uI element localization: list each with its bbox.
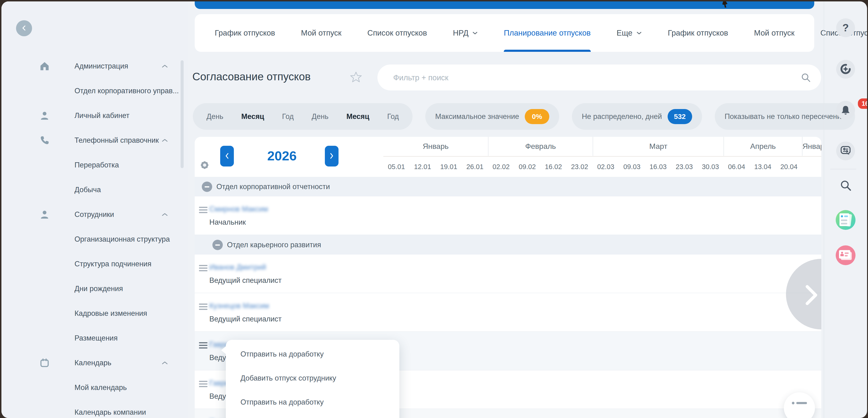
sidebar-item[interactable]: Сотрудники [1, 202, 188, 227]
chevron-up-icon[interactable] [161, 138, 168, 142]
news-app-shortcut[interactable] [836, 210, 856, 230]
timeline-months: Январь 05.0112.0119.0126.01 Февраль 02.0… [383, 137, 821, 177]
month-week-dates: 02.0309.0316.0323.0330.03 [593, 156, 723, 177]
sidebar-nav: Администрация Отдел корпоративного управ… [1, 54, 188, 418]
tab[interactable]: НРД [440, 14, 491, 52]
view-switch-option[interactable]: Год [378, 112, 408, 121]
sidebar-item-label: Дни рождения [74, 284, 123, 293]
row-menu-handle-icon[interactable] [199, 304, 208, 311]
collapse-minus-icon[interactable] [202, 181, 212, 192]
week-date-label: 12.01 [409, 163, 436, 171]
context-menu-item[interactable]: Отправить на доработку [226, 390, 399, 414]
ai-assistant-button[interactable] [836, 60, 855, 79]
row-menu-handle-icon[interactable] [199, 207, 208, 214]
view-switch-option[interactable]: День [303, 112, 338, 121]
sidebar-item-icon [39, 357, 74, 368]
chevron-up-icon[interactable] [161, 64, 168, 68]
month-week-dates: 05.0112.0119.0126.01 [383, 156, 488, 177]
sidebar-item[interactable]: Размещения [1, 326, 188, 350]
employee-position: Начальник [209, 218, 246, 227]
sidebar-item-label: Календарь компании [74, 408, 146, 417]
sidebar-item[interactable]: Кадровые изменения [1, 301, 188, 326]
search-icon[interactable] [800, 72, 811, 84]
employee-position: Ведущий специалист [209, 315, 282, 323]
sidebar-item-label: Кадровые изменения [74, 309, 147, 318]
favorite-star-icon[interactable] [350, 71, 362, 83]
view-switch-option[interactable]: Год [273, 112, 303, 121]
context-menu-item[interactable]: Добавить отпуск сотруднику [226, 414, 399, 418]
help-button[interactable]: ? [836, 19, 855, 37]
timeline-month: Январь 05.0112.0119.0126.01 [383, 137, 488, 177]
tab[interactable]: Планирование отпусков [491, 14, 603, 52]
month-label: Январь [383, 137, 488, 156]
week-date-label: 02.02 [488, 163, 514, 171]
sparkle-refresh-icon [839, 63, 852, 76]
tab[interactable]: Мой отпуск [741, 14, 808, 52]
sidebar-item[interactable]: Календарь компании [1, 400, 188, 418]
notifications-button[interactable]: 16 [836, 101, 855, 119]
gear-icon[interactable] [199, 160, 210, 171]
sidebar-item-icon [39, 110, 74, 121]
row-menu-handle-icon[interactable] [199, 265, 208, 273]
filter-chips: Максимальное значение 0% Не распределено… [425, 103, 867, 130]
chevron-up-icon[interactable] [161, 212, 168, 217]
sidebar-item[interactable]: Мой календарь [1, 375, 188, 400]
employee-name-link[interactable]: Смирнов Максим [209, 205, 268, 213]
sidebar-item-label: Телефонный справочник [74, 136, 159, 145]
sidebar-item[interactable]: Личный кабинет [1, 103, 188, 128]
table-row: Смирнов Максим Начальник [195, 197, 821, 235]
sidebar-item-label: Размещения [74, 334, 118, 342]
employee-name-link[interactable]: Кузнецов Максим [209, 302, 269, 310]
tab[interactable]: Мой отпуск [288, 14, 354, 52]
sidebar-item[interactable]: Структура подчинения [1, 251, 188, 276]
sidebar-item-label: Администрация [74, 62, 128, 70]
week-date-label: 13.04 [750, 163, 776, 171]
tab[interactable]: График отпусков [202, 14, 288, 52]
tab-label: НРД [453, 29, 468, 37]
sidebar-item[interactable]: Телефонный справочник [1, 128, 188, 152]
next-year-button[interactable] [325, 146, 339, 167]
week-date-label: 09.03 [619, 163, 645, 171]
month-label: Февраль [488, 137, 593, 156]
week-date-label: 23.02 [566, 163, 593, 171]
tab-label: Список отпусков [367, 29, 427, 37]
sidebar-collapse-button[interactable] [16, 20, 32, 36]
filter-chip[interactable]: Не распределено, дней 532 [572, 103, 702, 130]
context-menu-item[interactable]: Добавить отпуск сотруднику [226, 366, 399, 390]
global-search-button[interactable] [836, 176, 855, 195]
sidebar-item[interactable]: Отдел корпоративного управ... [1, 78, 188, 103]
sidebar-item[interactable]: Переработка [1, 152, 188, 177]
sidebar-item-label: Мой календарь [74, 383, 127, 392]
context-menu-item[interactable]: Отправить на доработку [226, 342, 399, 366]
week-date-label: 20.04 [776, 163, 802, 171]
tab[interactable]: Еще [604, 14, 655, 52]
sidebar-item[interactable]: Администрация [1, 54, 188, 78]
tab-label: График отпусков [215, 29, 275, 37]
filter-chip-label: Максимальное значение [435, 112, 519, 121]
search-input[interactable] [393, 65, 795, 91]
sidebar-item[interactable]: Добыча [1, 177, 188, 202]
table-row: Отдел карьерного развития [195, 235, 821, 254]
sidebar-item[interactable]: Дни рождения [1, 276, 188, 301]
month-week-dates: 02.0209.0216.0223.02 [488, 156, 593, 177]
feedback-chat-button[interactable] [836, 142, 855, 161]
tab[interactable]: График отпусков [655, 14, 741, 52]
view-switch-option[interactable]: Месяц [337, 112, 378, 121]
view-switch-option[interactable]: День [197, 112, 232, 121]
filter-chip[interactable]: Максимальное значение 0% [425, 103, 559, 130]
chevron-up-icon[interactable] [161, 361, 168, 365]
row-menu-handle-icon[interactable] [199, 342, 208, 350]
sidebar-item-icon [39, 209, 74, 220]
employee-name-link[interactable]: Иванов Дмитрий [209, 263, 266, 272]
sidebar-scrollbar[interactable] [181, 60, 184, 168]
timeline-month: Февраль 02.0209.0216.0223.02 [488, 137, 593, 177]
row-menu-handle-icon[interactable] [199, 381, 208, 389]
collapse-minus-icon[interactable] [212, 240, 223, 250]
previous-year-button[interactable] [220, 146, 234, 167]
sidebar-item[interactable]: Организационная структура [1, 227, 188, 251]
view-switch-option[interactable]: Месяц [232, 112, 273, 121]
contacts-app-shortcut[interactable] [836, 245, 856, 265]
filter-chip-label: Не распределено, дней [582, 112, 662, 121]
tab[interactable]: Список отпусков [354, 14, 440, 52]
sidebar-item[interactable]: Календарь [1, 350, 188, 375]
